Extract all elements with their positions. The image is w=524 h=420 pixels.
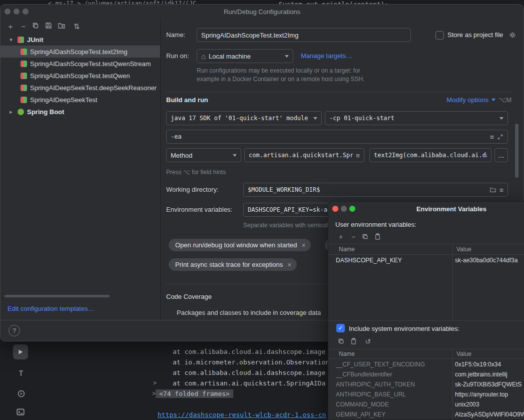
local-machine-icon: ⌂ — [201, 52, 206, 61]
user-variables-table-header: Name Value — [328, 244, 524, 255]
junit-test-icon — [21, 49, 27, 55]
chevron-down-icon — [233, 154, 237, 157]
pill-label: Print async stack trace for exceptions — [175, 261, 283, 268]
remove-configuration-button[interactable]: − — [19, 22, 29, 32]
zoom-window-button[interactable] — [23, 9, 29, 15]
list-icon[interactable]: ≡ — [499, 186, 503, 194]
run-on-dropdown[interactable]: ⌂ Local machine — [197, 49, 293, 63]
test-kind-dropdown[interactable]: Method — [166, 148, 241, 162]
copy-system-variable-button[interactable] — [337, 337, 346, 346]
chevron-down-icon[interactable]: ▾ — [8, 37, 15, 43]
variable-name: ANTHROPIC_AUTH_TOKEN — [336, 381, 415, 388]
manage-targets-link[interactable]: Manage targets… — [301, 49, 352, 63]
chevron-right-icon[interactable]: ▸ — [8, 109, 15, 115]
edit-configuration-templates-link[interactable]: Edit configuration templates… — [8, 305, 94, 312]
list-icon[interactable]: ≡ — [356, 152, 360, 159]
tree-item-deepseekreasoner[interactable]: SpringAIDeepSeekTest.deepSeekReasoner — [1, 82, 161, 94]
fold-icon[interactable]: > — [153, 379, 157, 386]
close-icon[interactable]: × — [302, 241, 306, 249]
add-variable-button[interactable]: + — [336, 232, 345, 241]
vertical-scrollbar[interactable] — [515, 124, 518, 178]
copy-variable-button[interactable] — [361, 233, 370, 242]
system-variable-row[interactable]: ANTHROPIC_BASE_URL https://anyrouter.top — [328, 390, 524, 400]
sort-configurations-button[interactable]: ⇅ — [72, 22, 82, 32]
result-url-link[interactable]: https://dashscope-result-wlcb-acdr-1.oss… — [158, 411, 326, 418]
value-column-header: Value — [456, 246, 471, 253]
chevron-down-icon — [491, 99, 495, 101]
stack-trace-line[interactable]: at com.alibaba.cloud.ai.dashscope.image — [173, 348, 325, 355]
junit-test-icon — [21, 61, 27, 67]
tree-item-label: SpringAIDashScopeTest.testQwenStream — [30, 60, 151, 68]
remove-variable-button[interactable]: − — [349, 232, 358, 241]
column-separator — [452, 244, 453, 320]
browse-folder-button[interactable] — [489, 186, 496, 193]
close-window-button[interactable] — [332, 206, 338, 212]
system-variable-row[interactable]: __CF_USER_TEXT_ENCODING 0x1F5:0x19:0x34 — [328, 360, 524, 370]
folder-icon — [489, 186, 496, 193]
tree-item-label: SpringAIDashScopeTest.text2Img — [30, 48, 127, 56]
folded-frames-chip[interactable]: <74 folded frames> — [156, 389, 233, 398]
clipboard-icon — [350, 337, 357, 345]
minimize-window-button[interactable] — [14, 9, 20, 15]
add-configuration-button[interactable]: + — [6, 22, 16, 32]
env-dialog-title: Environment Variables — [328, 205, 524, 213]
store-as-project-file-checkbox[interactable] — [435, 31, 444, 40]
run-tool-window-button[interactable] — [13, 344, 28, 359]
store-options-gear-button[interactable] — [508, 31, 516, 39]
user-variables-label: User environment variables: — [335, 221, 416, 228]
user-variable-row[interactable]: DASHSCOPE_API_KEY sk-ae30ba0d0c744df3a — [328, 256, 524, 267]
horizontal-scrollbar[interactable] — [5, 295, 110, 297]
variable-value: https://anyrouter.top — [455, 391, 508, 398]
name-input[interactable]: SpringAIDashScopeTest.text2Img — [197, 28, 411, 42]
new-folder-button[interactable] — [58, 22, 68, 32]
help-button[interactable]: ? — [9, 325, 20, 336]
async-stack-trace-option-pill[interactable]: Print async stack trace for exceptions × — [169, 258, 297, 271]
system-variable-row[interactable]: GEMINI_API_KEY AIzaSyASDpVWlFl04O9W — [328, 410, 524, 420]
tree-group-junit[interactable]: ▾ JUnit — [1, 34, 161, 46]
tree-item-label: SpringAIDeepSeekTest.deepSeekReasoner — [30, 84, 157, 92]
stack-trace-line[interactable]: at io.micrometer.observation.Observation — [173, 358, 329, 366]
test-method-input[interactable]: text2Img(com.alibaba.cloud.ai.dashscope — [369, 148, 491, 162]
save-configuration-button[interactable] — [45, 22, 55, 32]
run-on-hint-line1: Run configurations may be executed local… — [197, 67, 360, 75]
tree-item-testqwenstream[interactable]: SpringAIDashScopeTest.testQwenStream — [1, 58, 161, 70]
open-tool-window-option-pill[interactable]: Open run/debug tool window when started … — [169, 239, 311, 251]
paste-variable-button[interactable] — [374, 233, 383, 242]
tree-item-testqwen[interactable]: SpringAIDashScopeTest.testQwen — [1, 70, 161, 82]
chevron-down-icon — [499, 117, 503, 120]
vm-options-value: -ea — [171, 133, 487, 140]
tree-item-deepseektest[interactable]: SpringAIDeepSeekTest — [1, 94, 161, 106]
modify-options-link[interactable]: Modify options — [446, 96, 488, 104]
reset-variables-button[interactable]: ↺ — [363, 337, 372, 346]
copy-configuration-button[interactable] — [32, 22, 42, 32]
working-directory-value: $MODULE_WORKING_DIR$ — [248, 186, 486, 193]
tree-item-text2img[interactable]: SpringAIDashScopeTest.text2Img — [1, 46, 161, 58]
close-icon[interactable]: × — [287, 261, 291, 269]
list-icon[interactable]: ≡ — [490, 133, 494, 141]
vm-options-input[interactable]: -ea ≡ — [166, 130, 508, 144]
system-variable-row[interactable]: ANTHROPIC_AUTH_TOKEN sk-Zu9TIXBi53dFQWEt… — [328, 380, 524, 390]
zoom-window-button[interactable] — [349, 206, 355, 212]
system-variable-row[interactable]: COMMAND_MODE unix2003 — [328, 400, 524, 410]
pill-label: Open run/debug tool window when started — [175, 241, 297, 249]
classpath-dropdown[interactable]: -cp 01-quick-start — [325, 111, 508, 125]
expand-field-icon[interactable] — [497, 134, 503, 140]
jre-dropdown[interactable]: java 17 SDK of '01-quick-start' module — [166, 111, 322, 125]
test-class-input[interactable]: com.artisan.ai.quickstart.SpringAIDashSc… — [244, 148, 364, 162]
browse-method-button[interactable]: … — [494, 148, 508, 162]
tool-icon — [17, 369, 25, 377]
terminal-tool-icon[interactable] — [16, 407, 26, 417]
system-variable-row[interactable]: __CFBundleIdentifier com.jetbrains.intel… — [328, 370, 524, 380]
tree-group-springboot[interactable]: ▸ Spring Boot — [1, 106, 161, 118]
minimize-window-button[interactable] — [341, 206, 347, 212]
paste-system-variable-button[interactable] — [350, 337, 359, 346]
services-tool-icon[interactable] — [16, 388, 26, 398]
working-directory-input[interactable]: $MODULE_WORKING_DIR$ ≡ — [243, 183, 508, 197]
variable-name: ANTHROPIC_BASE_URL — [336, 391, 406, 398]
close-window-button[interactable] — [5, 9, 11, 15]
terminal-icon — [16, 407, 25, 416]
include-system-variables-checkbox[interactable]: ✓ — [336, 324, 345, 332]
stack-trace-line[interactable]: at com.artisan.ai.quickstart.SpringAIDa — [173, 379, 325, 387]
stack-trace-line[interactable]: at com.alibaba.cloud.ai.dashscope.image — [173, 369, 325, 376]
tool-stripe-icon-2[interactable] — [16, 368, 26, 378]
